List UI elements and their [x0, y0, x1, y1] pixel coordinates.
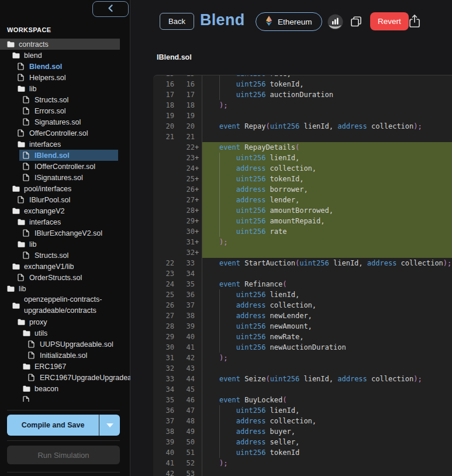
code-line[interactable]: 3950 address seller,: [153, 437, 452, 447]
tree-item-label: interfaces: [29, 140, 61, 149]
back-button[interactable]: Back: [160, 13, 194, 30]
line-number-new: 45: [174, 384, 195, 395]
tree-file-orderstructs-sol[interactable]: OrderStructs.sol: [0, 272, 130, 283]
code-text: address buyer,: [202, 426, 452, 437]
code-line[interactable]: 1717 uint256 auctionDuration: [153, 89, 452, 100]
tree-file-partial-item[interactable]: [0, 394, 130, 402]
tree-file-iblurexchangev2-sol[interactable]: IBlurExchangeV2.sol: [0, 227, 130, 239]
file-icon: [23, 251, 30, 259]
folder-icon: [12, 52, 20, 58]
tree-folder-lib[interactable]: lib: [0, 83, 130, 94]
code-line[interactable]: 4152 );: [153, 458, 452, 468]
code-line[interactable]: 25+ uint256 tokenId,: [153, 174, 452, 184]
tree-file-signatures-sol[interactable]: Signatures.sol: [0, 116, 130, 127]
tree-folder-interfaces[interactable]: interfaces: [0, 139, 130, 150]
code-line[interactable]: 26+ address borrower,: [153, 184, 452, 195]
line-number-old: 15: [153, 75, 174, 79]
code-line[interactable]: 2839 uint256 newAmount,: [153, 321, 452, 332]
tree-folder-lib[interactable]: lib: [0, 239, 130, 250]
code-line[interactable]: 2020 event Repay(uint256 lienId, address…: [153, 121, 452, 132]
tree-folder-pool-interfaces[interactable]: pool/interfaces: [0, 183, 130, 194]
tree-folder-interfaces[interactable]: interfaces: [0, 216, 130, 227]
tree-file-ioffercontroller-sol[interactable]: IOfferController.sol: [0, 161, 130, 172]
run-simulation-button[interactable]: Run Simulation: [7, 446, 120, 464]
code-line[interactable]: 3344 event Seize(uint256 lienId, address…: [153, 374, 452, 384]
code-line[interactable]: 1919: [153, 111, 452, 121]
tree-folder-proxy[interactable]: proxy: [0, 316, 130, 327]
indent-guide: [219, 426, 220, 437]
code-line[interactable]: 2435 event Refinance(: [153, 279, 452, 289]
code-line[interactable]: 28+ uint256 amountBorrowed,: [153, 205, 452, 216]
tree-file-offercontroller-sol[interactable]: OfferController.sol: [0, 127, 130, 139]
code-line[interactable]: 2334: [153, 268, 452, 279]
tree-file-initializable-sol[interactable]: Initializable.sol: [0, 350, 130, 361]
tree-folder-exchangev2[interactable]: exchangeV2: [0, 205, 130, 216]
code-line[interactable]: 27+ address lender,: [153, 195, 452, 205]
code-line[interactable]: 1616 uint256 tokenId,: [153, 79, 452, 89]
diff-added-marker: [195, 75, 202, 79]
code-line[interactable]: 4051 uint256 tokenId: [153, 447, 452, 458]
tree-folder-utils[interactable]: utils: [0, 327, 130, 339]
code-line[interactable]: 2121: [153, 132, 452, 142]
code-line[interactable]: 31+ );: [153, 237, 452, 247]
tree-folder-exchangev1-lib[interactable]: exchangeV1/lib: [0, 261, 130, 272]
tree-file-isignatures-sol[interactable]: ISignatures.sol: [0, 172, 130, 183]
code-line[interactable]: 22+ event RepayDetails(: [153, 142, 452, 153]
revert-button[interactable]: Revert: [370, 12, 409, 30]
code-line[interactable]: 2940 uint256 newRate,: [153, 332, 452, 342]
code-line[interactable]: 2536 uint256 lienId,: [153, 289, 452, 300]
code-line[interactable]: 3849 address buyer,: [153, 426, 452, 437]
code-line[interactable]: 3142 );: [153, 353, 452, 363]
code-line[interactable]: 2738 address newLender,: [153, 311, 452, 321]
chart-circle-icon[interactable]: [327, 14, 343, 30]
code-line[interactable]: 29+ uint256 amountRepaid,: [153, 216, 452, 226]
network-selector[interactable]: Ethereum: [256, 12, 322, 31]
tree-folder-blend[interactable]: blend: [0, 50, 130, 61]
copy-icon[interactable]: [350, 15, 363, 28]
line-number-old: 35: [153, 395, 174, 405]
code-line[interactable]: 24+ address collection,: [153, 163, 452, 174]
code-line[interactable]: 4253: [153, 468, 452, 476]
tree-folder-erc1967[interactable]: ERC1967: [0, 361, 130, 372]
tree-folder-beacon[interactable]: beacon: [0, 383, 130, 394]
compile-and-save-button[interactable]: Compile and Save: [7, 415, 120, 436]
tree-file-errors-sol[interactable]: Errors.sol: [0, 105, 130, 116]
tree-file-erc1967upgradeupgradeable-sol[interactable]: ERC1967UpgradeUpgradeable.sol: [0, 372, 130, 383]
code-line[interactable]: 23+ uint256 lienId,: [153, 153, 452, 163]
compile-dropdown-toggle[interactable]: [99, 415, 120, 436]
tree-item-label: ISignatures.sol: [34, 174, 83, 182]
code-line[interactable]: 3243: [153, 363, 452, 374]
line-number-old: 25: [153, 289, 174, 300]
tree-file-helpers-sol[interactable]: Helpers.sol: [0, 72, 130, 83]
code-line[interactable]: 1818 );: [153, 100, 452, 111]
code-line[interactable]: 3041 uint256 newAuctionDuration: [153, 342, 452, 353]
tree-folder-lib[interactable]: lib: [0, 283, 130, 294]
code-line[interactable]: 3647 uint256 lienId,: [153, 405, 452, 416]
folder-icon: [18, 141, 25, 147]
share-up-icon[interactable]: [408, 14, 421, 28]
tree-file-iblurpool-sol[interactable]: IBlurPool.sol: [0, 194, 130, 205]
code-line[interactable]: 32+: [153, 247, 452, 258]
code-text: event BuyLocked(: [202, 395, 452, 405]
code-line[interactable]: 3445: [153, 384, 452, 395]
code-line[interactable]: 2637 address collection,: [153, 300, 452, 311]
sidebar-collapse-button[interactable]: [92, 1, 129, 17]
code-line[interactable]: 30+ uint256 rate: [153, 226, 452, 237]
tree-item-label: Blend.sol: [29, 63, 62, 71]
tree-file-uupsupgradeable-sol[interactable]: UUPSUpgradeable.sol: [0, 339, 130, 350]
code-line[interactable]: 3546 event BuyLocked(: [153, 395, 452, 405]
line-number-old: 40: [153, 447, 174, 458]
code-editor[interactable]: 1515 uint256 rate,1616 uint256 tokenId,1…: [153, 75, 452, 476]
code-line[interactable]: 2233 event StartAuction(uint256 lienId, …: [153, 258, 452, 268]
tree-file-iblend-sol[interactable]: IBlend.sol: [0, 150, 130, 161]
tree-file-blend-sol[interactable]: Blend.sol: [0, 61, 130, 72]
code-line[interactable]: 3748 address collection,: [153, 416, 452, 426]
code-line[interactable]: 1515 uint256 rate,: [153, 75, 452, 79]
code-text: address collection,: [202, 163, 452, 174]
tree-file-structs-sol[interactable]: Structs.sol: [0, 250, 130, 261]
tree-folder-contracts[interactable]: contracts: [0, 39, 130, 50]
indent-guide: [219, 226, 220, 237]
tree-file-structs-sol[interactable]: Structs.sol: [0, 94, 130, 105]
tree-folder-openzeppelin-contracts-upgradeable-contracts[interactable]: openzeppelin-contracts-upgradeable/contr…: [0, 294, 130, 316]
line-number-new: 39: [174, 321, 195, 332]
